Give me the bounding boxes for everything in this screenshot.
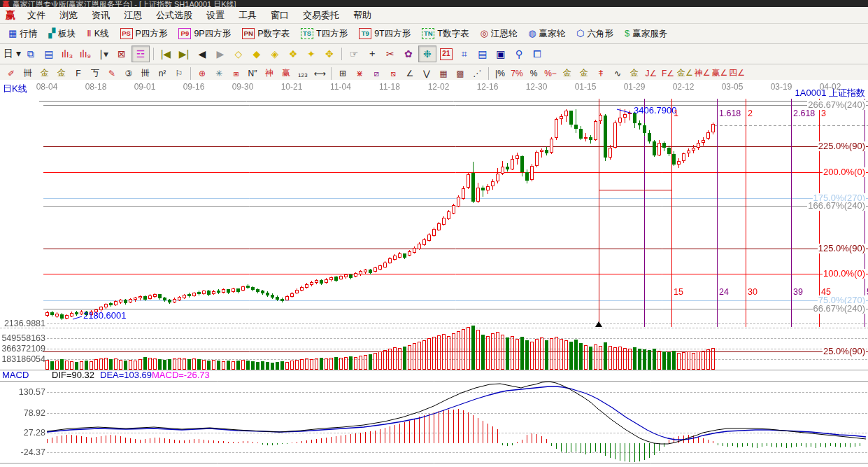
si-angle-icon[interactable]: 四∠ bbox=[729, 67, 745, 80]
target-box-icon[interactable]: ⧆ bbox=[228, 67, 243, 80]
zoom-region-icon[interactable]: ⧉ bbox=[22, 46, 39, 62]
menu-item-0[interactable]: 文件 bbox=[20, 7, 52, 23]
stock-finder-icon[interactable]: ⚲ bbox=[511, 46, 527, 62]
brush-vertical-icon[interactable]: ǂ bbox=[593, 67, 609, 80]
gold-ruler-1-icon[interactable]: 金 bbox=[37, 67, 52, 80]
sector-button-button[interactable]: ▞板块 bbox=[43, 25, 81, 42]
hook-tool-icon[interactable]: 丂 bbox=[87, 67, 103, 80]
pan-hand-icon[interactable]: ☞ bbox=[346, 46, 362, 62]
gann-cross-icon[interactable]: ❖ bbox=[285, 46, 301, 62]
gann-star-icon[interactable]: ✦ bbox=[303, 46, 320, 62]
fan-box-purple-icon[interactable]: ⧄ bbox=[369, 67, 384, 80]
gann-ruler-icon[interactable]: 卌 bbox=[20, 67, 36, 80]
shen-ruler-icon[interactable]: 神 bbox=[262, 67, 277, 80]
gann-time-count-label: 45 bbox=[821, 287, 831, 297]
gold-circle-icon[interactable]: 金 bbox=[560, 67, 575, 80]
t9-square-button-button[interactable]: T99T四方形 bbox=[353, 25, 416, 42]
gann-h-expand-icon[interactable]: ◈ bbox=[266, 46, 283, 62]
angle-lines-icon[interactable]: ∠ bbox=[402, 67, 418, 80]
parallel-lines-icon[interactable]: ⋰ bbox=[469, 67, 485, 80]
pattern-tool-icon[interactable]: ⊠ bbox=[113, 46, 130, 62]
bars-9-icon[interactable]: ılı₉ bbox=[77, 46, 94, 62]
target-red-icon[interactable]: ⊕ bbox=[194, 67, 210, 80]
shen-angle-icon[interactable]: 神∠ bbox=[695, 67, 711, 80]
menu-item-4[interactable]: 公式选股 bbox=[149, 7, 199, 23]
p-number-button-button[interactable]: PNP数字表 bbox=[236, 25, 295, 42]
kline-canvas[interactable] bbox=[0, 80, 868, 467]
gold-double-line-icon[interactable]: 金 bbox=[627, 67, 642, 80]
n2-ruler-icon[interactable]: n² bbox=[155, 67, 170, 80]
box-tool-icon[interactable]: ⊞ bbox=[335, 67, 350, 80]
kline-button-icon: Ⅱ bbox=[87, 29, 91, 39]
smart-tool-icon[interactable]: ❉ bbox=[418, 46, 436, 62]
percent-icon[interactable]: % bbox=[526, 67, 541, 80]
magnet-tool-icon[interactable]: ✿ bbox=[400, 46, 417, 62]
menu-item-3[interactable]: 江恩 bbox=[117, 7, 149, 23]
info-panel-icon[interactable]: ▤ bbox=[41, 46, 57, 62]
notes-icon[interactable]: ▤ bbox=[474, 46, 491, 62]
gann-step-right-icon[interactable]: ◆ bbox=[248, 46, 265, 62]
calculator-icon[interactable]: ⌗ bbox=[456, 46, 473, 62]
width-measure-icon[interactable]: ⟷ bbox=[312, 67, 327, 80]
menu-item-6[interactable]: 工具 bbox=[232, 7, 264, 23]
percent-7-icon[interactable]: 7% bbox=[509, 67, 525, 80]
gann-wheel-button-button[interactable]: ◎江恩轮 bbox=[474, 25, 522, 42]
red-pen-icon[interactable]: ✎ bbox=[104, 67, 120, 80]
ying-angle-icon[interactable]: 赢∠ bbox=[712, 67, 728, 80]
save-icon[interactable]: ▣ bbox=[492, 46, 509, 62]
fan-red-icon[interactable]: ⋇ bbox=[352, 67, 367, 80]
ying-ruler-icon[interactable]: 赢 bbox=[278, 67, 294, 80]
t-number-button-button[interactable]: TNT数字表 bbox=[416, 25, 474, 42]
gann-expand-all-icon[interactable]: ✥ bbox=[321, 46, 338, 62]
f-ruler-icon[interactable]: F bbox=[71, 67, 86, 80]
wave-marker-icon[interactable]: Ν″ bbox=[245, 67, 260, 80]
menu-item-7[interactable]: 窗口 bbox=[264, 7, 296, 23]
p-square-button-button[interactable]: PSP四方形 bbox=[115, 25, 173, 42]
marker-knife-icon[interactable]: ✐ bbox=[3, 67, 19, 80]
macd-indicator-label[interactable]: MACD bbox=[2, 370, 29, 380]
fan-box-red-icon[interactable]: ⧅ bbox=[385, 67, 401, 80]
hexagon-button-button[interactable]: ⬡六角形 bbox=[571, 25, 619, 42]
grid-dense-icon[interactable]: ▩ bbox=[453, 67, 468, 80]
prev-bar-icon[interactable]: ◀ bbox=[194, 46, 211, 62]
target-dots-icon[interactable]: ✳ bbox=[211, 67, 227, 80]
menu-item-5[interactable]: 设置 bbox=[199, 7, 232, 23]
grid-tool-icon[interactable]: ▦ bbox=[436, 67, 451, 80]
wave-a-icon[interactable]: ∿ bbox=[610, 67, 625, 80]
winner-wheel-button-button[interactable]: ◍赢家轮 bbox=[522, 25, 571, 42]
toolbar-separator bbox=[190, 67, 191, 80]
winner-service-button-button[interactable]: $赢家服务 bbox=[619, 25, 673, 42]
first-page-icon[interactable]: |◀ bbox=[157, 46, 174, 62]
t-square-button-button[interactable]: TST四方形 bbox=[295, 25, 353, 42]
measure-cut-icon[interactable]: ✂ bbox=[382, 46, 399, 62]
f-angle-icon[interactable]: F∠ bbox=[660, 67, 676, 80]
volume-view-icon[interactable]: ☲ bbox=[131, 46, 150, 62]
quote-button-button[interactable]: ▦行情 bbox=[3, 25, 43, 42]
menu-item-1[interactable]: 浏览 bbox=[52, 7, 85, 23]
menu-item-2[interactable]: 资讯 bbox=[85, 7, 117, 23]
gold-angle-icon[interactable]: 金∠ bbox=[677, 67, 693, 80]
candle-style-icon[interactable]: ∣▾ bbox=[95, 46, 112, 62]
number-ruler-icon[interactable]: ₁₂₃ bbox=[295, 67, 311, 80]
gold-ruler-2-icon[interactable]: 金 bbox=[54, 67, 69, 80]
plain-ruler-icon[interactable]: 卌 bbox=[138, 67, 153, 80]
percent-line-icon[interactable]: %− bbox=[543, 67, 558, 80]
circle-3-tool-icon[interactable]: ③ bbox=[121, 67, 136, 80]
j-angle-icon[interactable]: J∠ bbox=[643, 67, 659, 80]
monitor-icon[interactable]: ⧠ bbox=[529, 46, 546, 62]
menu-item-9[interactable]: 帮助 bbox=[346, 7, 378, 23]
crosshair-icon[interactable]: ＋ bbox=[364, 46, 380, 62]
v-lines-icon[interactable]: ⋁ bbox=[419, 67, 434, 80]
percent-ruler-icon[interactable]: |% bbox=[492, 67, 508, 80]
next-bar-icon[interactable]: ▶ bbox=[212, 46, 229, 62]
flag-tool-icon[interactable]: ⚐ bbox=[171, 67, 187, 80]
kline-button-button[interactable]: ⅡK线 bbox=[81, 25, 114, 42]
period-selector-icon[interactable]: 日 ▾ bbox=[3, 46, 21, 62]
gann-step-left-icon[interactable]: ◇ bbox=[230, 46, 247, 62]
menu-item-8[interactable]: 交易委托 bbox=[296, 7, 346, 23]
p9-square-button-button[interactable]: P99P四方形 bbox=[173, 25, 236, 42]
last-page-icon[interactable]: ▶| bbox=[176, 46, 192, 62]
bars-3-icon[interactable]: ılı₃ bbox=[59, 46, 76, 62]
gold-line-icon[interactable]: 金 bbox=[576, 67, 592, 80]
calendar-icon[interactable]: 21 bbox=[438, 46, 455, 62]
